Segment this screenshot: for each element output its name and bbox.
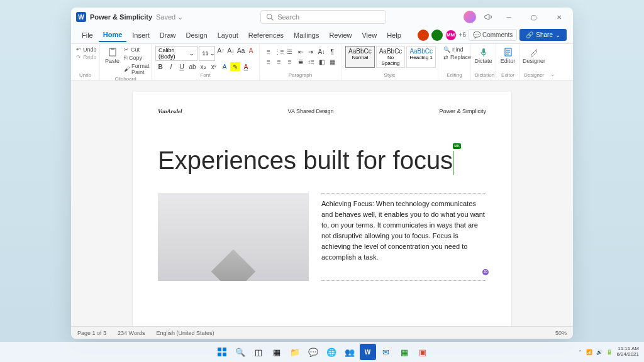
collab-avatar-1[interactable] (418, 30, 429, 41)
copy-button[interactable]: ⎘ Copy (123, 54, 151, 62)
redo-button[interactable]: ↷ Redo (75, 53, 96, 61)
find-button[interactable]: 🔍 Find (442, 46, 467, 53)
tab-layout[interactable]: Layout (213, 29, 243, 41)
editor-button[interactable]: Editor (500, 46, 516, 65)
ribbon-collapse-button[interactable]: ⌄ (548, 44, 558, 80)
wifi-icon[interactable]: 📶 (586, 349, 592, 355)
taskview-icon[interactable]: ◫ (250, 344, 267, 360)
excel-icon[interactable]: ▦ (396, 344, 413, 360)
tab-design[interactable]: Design (181, 29, 211, 41)
font-size-select[interactable]: 11 ⌄ (199, 46, 215, 61)
tab-help[interactable]: Help (382, 29, 406, 41)
bullets-button[interactable]: ≡ (264, 47, 274, 56)
indent-left-button[interactable]: ⇤ (296, 47, 306, 56)
tab-references[interactable]: References (244, 29, 288, 41)
volume-icon[interactable]: 🔊 (596, 349, 602, 355)
taskbar[interactable]: 🔍 ◫ ▦ 📁 💬 🌐 👥 W ✉ ▦ ▣ ⌃ 📶 🔊 🔋 11:11 AM6/… (0, 342, 644, 362)
align-center-button[interactable]: ≡ (274, 57, 284, 66)
numbering-button[interactable]: ⋮≡ (274, 47, 284, 56)
battery-icon[interactable]: 🔋 (606, 349, 613, 355)
doc-heading[interactable]: Experiences built for focusMK (158, 146, 486, 175)
italic-button[interactable]: I (166, 62, 176, 71)
borders-button[interactable]: ▦ (327, 57, 337, 66)
paste-button[interactable]: Paste (104, 46, 121, 65)
strike-button[interactable]: ab (187, 62, 197, 71)
line-spacing-button[interactable]: ↕≡ (306, 57, 316, 66)
megaphone-icon[interactable] (484, 13, 492, 21)
collab-more[interactable]: +6 (459, 31, 466, 38)
format-painter-button[interactable]: 🖌 Format Paint (123, 62, 151, 76)
group-designer: Designer Designer (520, 44, 548, 80)
share-button[interactable]: 🔗 Share ⌄ (519, 29, 567, 41)
teams-icon[interactable]: 👥 (341, 344, 358, 360)
subscript-button[interactable]: x₂ (198, 62, 208, 71)
image-placeholder[interactable] (158, 193, 309, 281)
undo-button[interactable]: ↶ Undo (75, 46, 96, 53)
superscript-button[interactable]: x² (209, 62, 219, 71)
clear-format-button[interactable]: A (247, 46, 255, 55)
taskbar-search-icon[interactable]: 🔍 (232, 344, 248, 360)
underline-button[interactable]: U (177, 62, 187, 71)
collab-area: MM +6 💬 Comments 🔗 Share ⌄ (418, 29, 567, 41)
indent-right-button[interactable]: ⇥ (306, 47, 316, 56)
collab-cursor: MK (453, 151, 453, 175)
edge-icon[interactable]: 🌐 (323, 344, 340, 360)
doc-body[interactable]: Achieving Focus: When technology communi… (321, 193, 486, 281)
status-page[interactable]: Page 1 of 3 (77, 330, 106, 336)
tab-draw[interactable]: Draw (155, 29, 180, 41)
svg-point-6 (536, 49, 537, 50)
group-dictation: Dictate Dictation (471, 44, 496, 80)
comments-button[interactable]: 💬 Comments (469, 29, 517, 41)
status-lang[interactable]: English (United States) (156, 330, 214, 336)
show-marks-button[interactable]: ¶ (327, 47, 337, 56)
tab-review[interactable]: Review (325, 29, 356, 41)
grow-font-button[interactable]: A↑ (216, 46, 225, 55)
widgets-icon[interactable]: ▦ (269, 344, 285, 360)
maximize-button[interactable]: ▢ (525, 10, 543, 24)
close-button[interactable]: ✕ (550, 10, 568, 24)
designer-button[interactable]: Designer (524, 46, 544, 65)
cut-button[interactable]: ✂ Cut (123, 46, 151, 53)
word-taskbar-icon[interactable]: W (360, 344, 376, 360)
sort-button[interactable]: A↓ (316, 47, 326, 56)
font-name-select[interactable]: Calibri (Body) ⌄ (155, 46, 197, 61)
tab-home[interactable]: Home (99, 28, 127, 42)
style-heading1[interactable]: AaBbCcHeading 1 (406, 46, 436, 68)
shading-button[interactable]: ◧ (316, 57, 326, 66)
replace-button[interactable]: ⇄ Replace (442, 53, 467, 61)
tab-insert[interactable]: Insert (128, 29, 154, 41)
save-status[interactable]: Saved ⌄ (156, 13, 183, 21)
document-canvas[interactable]: VanArsdel VA Shared Design Power & Simpl… (71, 80, 573, 326)
align-left-button[interactable]: ≡ (264, 57, 274, 66)
tab-file[interactable]: File (77, 29, 97, 41)
outlook-icon[interactable]: ✉ (378, 344, 394, 360)
status-zoom[interactable]: 50% (555, 330, 567, 336)
status-words[interactable]: 234 Words (118, 330, 145, 336)
shrink-font-button[interactable]: A↓ (226, 46, 235, 55)
system-tray[interactable]: ⌃ 📶 🔊 🔋 11:11 AM6/24/2021 (578, 346, 639, 358)
tab-mailings[interactable]: Mailings (289, 29, 323, 41)
justify-button[interactable]: ≣ (296, 57, 306, 66)
multilevel-button[interactable]: ☰ (285, 47, 295, 56)
chat-icon[interactable]: 💬 (305, 344, 321, 360)
powerpoint-icon[interactable]: ▣ (414, 344, 431, 360)
start-button[interactable] (214, 344, 230, 360)
explorer-icon[interactable]: 📁 (287, 344, 303, 360)
highlight-button[interactable]: ✎ (230, 62, 240, 71)
search-input[interactable]: Search (260, 10, 386, 24)
style-normal[interactable]: AaBbCcNormal (345, 46, 375, 68)
text-effects-button[interactable]: A (219, 62, 230, 71)
profile-avatar[interactable] (464, 11, 476, 23)
collab-avatar-2[interactable] (431, 30, 443, 41)
tray-chevron-icon[interactable]: ⌃ (578, 349, 582, 355)
dictate-button[interactable]: Dictate (475, 46, 492, 65)
style-no-spacing[interactable]: AaBbCcNo Spacing (376, 46, 406, 68)
collab-avatar-3[interactable]: MM (445, 30, 457, 41)
bold-button[interactable]: B (155, 62, 165, 71)
font-color-button[interactable]: A (241, 62, 251, 71)
align-right-button[interactable]: ≡ (285, 57, 295, 66)
change-case-button[interactable]: Aa (236, 46, 245, 55)
minimize-button[interactable]: ─ (500, 10, 518, 24)
clock[interactable]: 11:11 AM6/24/2021 (616, 346, 639, 358)
tab-view[interactable]: View (357, 29, 381, 41)
